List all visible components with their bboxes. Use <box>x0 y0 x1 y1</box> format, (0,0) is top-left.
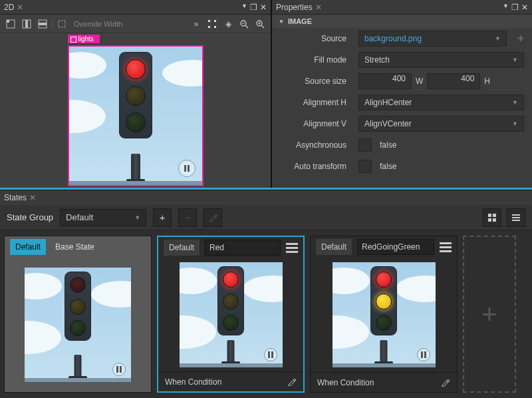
anchor-v-icon[interactable] <box>20 17 33 31</box>
close-icon[interactable]: ✕ <box>315 3 322 12</box>
canvas[interactable]: lights <box>0 33 271 188</box>
width-unit: W <box>416 77 423 86</box>
properties-tab-label: Properties <box>276 3 313 12</box>
reset-icon[interactable]: ◈ <box>221 17 235 31</box>
lamp-yellow <box>126 86 146 106</box>
state-card-base[interactable]: Default Base State <box>4 236 152 393</box>
states-tab-label: States <box>4 193 27 202</box>
state-name-input[interactable]: Red <box>205 240 281 256</box>
remove-state-button[interactable]: − <box>178 208 197 227</box>
svg-rect-10 <box>214 26 216 28</box>
chevron-down-icon: ▼ <box>134 214 140 221</box>
zoom-in-icon[interactable] <box>253 17 267 31</box>
prop-async: Asynchronous false <box>272 134 532 156</box>
2d-tab[interactable]: 2D ✕ ▼ ❐ ✕ <box>0 0 271 15</box>
anchor-h-icon[interactable] <box>36 17 49 31</box>
add-state-button[interactable]: + <box>153 208 172 227</box>
chevron-down-icon[interactable]: ▼ <box>241 3 247 12</box>
default-badge: Default <box>316 239 352 255</box>
svg-rect-7 <box>208 20 210 22</box>
handles-icon[interactable] <box>205 17 219 31</box>
add-state-card[interactable]: + <box>463 236 516 393</box>
close-icon[interactable]: ✕ <box>29 193 36 202</box>
selection-outline[interactable]: lights <box>68 45 203 186</box>
state-card-redgoinggreen[interactable]: Default RedGoingGreen When Condition <box>310 236 458 393</box>
svg-rect-21 <box>493 218 496 222</box>
state-name-input[interactable]: RedGoingGreen <box>357 239 434 255</box>
image-section-header[interactable]: IMAGE <box>272 15 532 28</box>
svg-rect-24 <box>512 220 520 221</box>
height-input[interactable]: 400 <box>427 73 480 89</box>
crop-icon[interactable] <box>55 17 68 31</box>
svg-line-15 <box>261 25 264 28</box>
section-title: IMAGE <box>288 17 312 25</box>
override-field[interactable]: Override Width <box>74 20 187 28</box>
chevron-down-icon: ▼ <box>512 99 518 106</box>
svg-rect-1 <box>7 20 9 23</box>
more-icon[interactable]: » <box>190 17 203 31</box>
height-unit: H <box>484 77 490 86</box>
pause-icon <box>417 348 430 361</box>
pause-icon <box>112 363 126 376</box>
svg-line-12 <box>245 25 248 28</box>
states-panel: States ✕ State Group Default ▼ + − Defau… <box>0 190 532 398</box>
default-badge: Default <box>164 240 200 256</box>
source-combo[interactable]: background.png ▼ <box>358 31 507 47</box>
svg-rect-20 <box>488 218 491 222</box>
svg-rect-18 <box>488 214 491 217</box>
menu-icon[interactable] <box>440 242 452 252</box>
state-card-red[interactable]: Default Red When Condition <box>157 236 305 393</box>
detach-icon[interactable]: ❐ <box>511 3 519 12</box>
states-tab[interactable]: States ✕ <box>0 190 532 205</box>
menu-icon[interactable] <box>286 243 298 253</box>
async-checkbox[interactable] <box>358 138 372 152</box>
2d-toolbar: Override Width » ◈ <box>0 15 271 33</box>
state-group-select[interactable]: Default ▼ <box>60 209 146 226</box>
fillmode-combo[interactable]: Stretch▼ <box>358 52 524 68</box>
edit-state-button[interactable] <box>203 208 222 227</box>
cards-row: Default Base State Default Red <box>0 230 532 398</box>
prop-fillmode: Fill mode Stretch▼ <box>272 49 532 71</box>
pause-button[interactable] <box>178 160 196 177</box>
edit-icon[interactable] <box>288 377 297 386</box>
chevron-down-icon[interactable]: ▼ <box>503 3 509 12</box>
svg-rect-6 <box>59 21 65 27</box>
grid-view-button[interactable] <box>483 208 501 227</box>
close-panel-icon[interactable]: ✕ <box>521 3 528 12</box>
svg-rect-3 <box>25 20 28 28</box>
prop-source: Source background.png ▼ ✚ <box>272 28 532 49</box>
properties-panel: Properties ✕ ▼ ❐ ✕ IMAGE Source backgrou… <box>271 0 532 188</box>
prop-alignh: Alignment H AlignHCenter▼ <box>272 92 532 113</box>
state-group-label: State Group <box>7 212 53 222</box>
close-panel-icon[interactable]: ✕ <box>260 3 267 12</box>
selection-label: lights <box>68 35 100 43</box>
condition-row[interactable]: When Condition <box>311 372 457 392</box>
default-badge: Default <box>10 239 46 255</box>
base-thumb <box>25 268 131 382</box>
chevron-down-icon: ▼ <box>495 35 501 42</box>
autotransform-checkbox[interactable] <box>358 160 372 173</box>
source-value: background.png <box>364 34 422 43</box>
svg-rect-5 <box>39 23 47 25</box>
svg-rect-19 <box>493 214 496 217</box>
anchor-tl-icon[interactable] <box>4 17 17 31</box>
width-input[interactable]: 400 <box>358 73 412 89</box>
detach-icon[interactable]: ❐ <box>250 3 257 12</box>
add-property-icon[interactable]: ✚ <box>517 34 524 43</box>
alignv-combo[interactable]: AlignVCenter▼ <box>358 116 524 132</box>
list-view-button[interactable] <box>507 208 525 227</box>
edit-icon[interactable] <box>442 378 450 387</box>
svg-rect-8 <box>214 20 216 22</box>
condition-row[interactable]: When Condition <box>158 371 303 391</box>
prop-alignv: Alignment V AlignVCenter▼ <box>272 113 532 134</box>
states-toolbar: State Group Default ▼ + − <box>0 205 532 230</box>
pause-icon <box>264 348 277 361</box>
chevron-down-icon: ▼ <box>512 120 518 127</box>
close-icon[interactable]: ✕ <box>17 3 23 12</box>
properties-tab[interactable]: Properties ✕ ▼ ❐ ✕ <box>272 0 532 15</box>
alignh-combo[interactable]: AlignHCenter▼ <box>358 95 524 110</box>
zoom-out-icon[interactable] <box>237 17 251 31</box>
async-value: false <box>380 140 396 150</box>
lamp-red <box>126 59 146 79</box>
2d-tab-label: 2D <box>4 3 14 12</box>
